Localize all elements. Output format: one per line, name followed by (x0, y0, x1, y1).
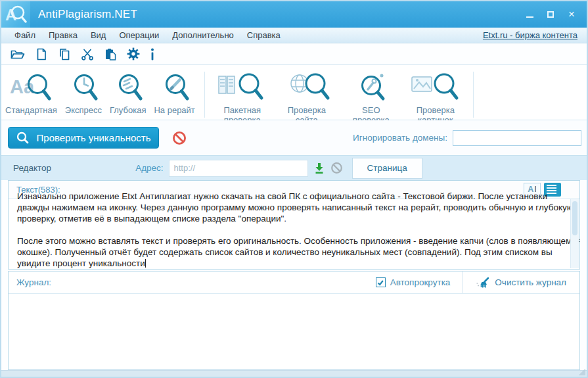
brush-icon (476, 277, 489, 289)
divider (204, 72, 205, 118)
text-scrollbar[interactable] (570, 199, 579, 268)
minimize-button[interactable] (525, 10, 534, 19)
globe-magnifier-icon (283, 72, 330, 105)
journal-label: Журнал: (16, 277, 51, 287)
text-line: увидите процент уникальности (17, 258, 571, 269)
magnifier-aa-icon: Aa (10, 72, 52, 105)
mode-label: Глубокая (110, 105, 146, 115)
mode-row: Aa Стандартная Экспресс (1, 65, 587, 120)
text-line: окошке). Полученный отчёт будет содержат… (17, 247, 571, 258)
mode-label: На рерайт (154, 105, 194, 115)
clear-journal-label: Очистить журнал (495, 277, 566, 287)
image-check-button[interactable]: Проверка картинок (403, 70, 468, 126)
text-line: После этого можно вставлять текст и пров… (17, 235, 571, 247)
tab-editor[interactable]: Редактор (13, 163, 51, 173)
mode-rewrite-button[interactable]: На рерайт (150, 70, 198, 116)
open-folder-icon[interactable] (11, 48, 25, 60)
check-button-label: Проверить уникальность (37, 132, 151, 143)
text-editor-area[interactable]: Изначально приложение Etxt Антиплагиат н… (9, 191, 579, 269)
maximize-button[interactable] (546, 10, 555, 19)
menu-view[interactable]: Вид (84, 30, 113, 40)
resize-grip-icon[interactable] (579, 369, 585, 375)
copy-icon[interactable] (58, 48, 71, 60)
text-caret (145, 259, 146, 268)
cut-icon[interactable] (81, 48, 94, 60)
settings-gear-icon[interactable] (127, 47, 140, 60)
seo-magnifier-icon (351, 72, 391, 105)
mode-express-button[interactable]: Экспресс (61, 70, 106, 116)
info-icon[interactable] (150, 48, 155, 60)
magnifier-lines-icon (112, 72, 145, 105)
text-panel: Текст(583): AI Изначально приложение Etx… (8, 180, 580, 270)
check-uniqueness-button[interactable]: Проверить уникальность (8, 127, 159, 149)
mode-label: Стандартная (5, 105, 57, 115)
scrollbar-thumb[interactable] (572, 201, 577, 235)
mode-deep-button[interactable]: Глубокая (106, 70, 150, 116)
window-title: AntiPlagiarism.NET (38, 8, 137, 21)
text-line (17, 224, 571, 235)
status-bar (1, 370, 587, 377)
stop-prohibition-icon[interactable] (172, 131, 187, 145)
autoscroll-toggle[interactable]: Автопрокрутка (364, 277, 463, 287)
site-check-button[interactable]: Проверка сайта (275, 70, 339, 126)
menu-extra[interactable]: Дополнительно (166, 30, 240, 40)
autoscroll-label: Автопрокрутка (390, 277, 451, 287)
text-line: проверку, отметив её в выпадающем списке… (17, 213, 571, 224)
ignore-domains-label: Игнорировать домены: (353, 133, 447, 143)
check-row: Проверить уникальность Игнорировать доме… (1, 120, 587, 155)
batch-check-button[interactable]: Пакетная проверка (210, 70, 275, 126)
magnifier-clock-icon (67, 72, 100, 105)
magnifier-pencil-icon (158, 72, 191, 105)
menu-file[interactable]: Файл (8, 30, 42, 40)
toolbar (1, 43, 587, 65)
address-label: Адрес: (135, 163, 163, 173)
magnifier-icon (16, 131, 29, 144)
download-page-icon[interactable] (313, 162, 325, 174)
app-logo-icon: A (1, 1, 30, 28)
ignore-domains-input[interactable] (453, 130, 581, 146)
journal-panel: Журнал: Автопрокрутка (8, 271, 580, 370)
close-button[interactable]: × (567, 10, 576, 19)
editor-tab-row: Редактор Адрес: Страница (1, 155, 587, 180)
text-line: дважды нажимаем на иконку. Через данную … (17, 202, 571, 213)
mode-standard-button[interactable]: Aa Стандартная (1, 70, 61, 116)
clear-journal-button[interactable]: Очистить журнал (463, 272, 579, 293)
image-magnifier-icon (411, 72, 460, 105)
mode-label: Экспресс (65, 105, 102, 115)
paste-icon[interactable] (104, 48, 117, 60)
check-icon (376, 279, 384, 287)
app-window: A AntiPlagiarism.NET × Файл Правка Вид О… (0, 0, 588, 378)
svg-text:A: A (5, 6, 16, 24)
menu-bar: Файл Правка Вид Операции Дополнительно С… (1, 28, 587, 43)
menu-edit[interactable]: Правка (42, 30, 84, 40)
text-line: Изначально приложение Etxt Антиплагиат н… (17, 191, 571, 202)
journal-log-area[interactable] (9, 294, 579, 369)
menu-operations[interactable]: Операции (112, 30, 166, 40)
autoscroll-checkbox[interactable] (376, 277, 386, 287)
journal-header: Журнал: Автопрокрутка (9, 272, 579, 294)
etxt-link[interactable]: Etxt.ru - биржа контента (483, 30, 580, 40)
new-document-icon[interactable] (35, 48, 48, 60)
tab-page[interactable]: Страница (352, 158, 422, 179)
batch-magnifier-icon (218, 72, 267, 105)
address-input[interactable] (169, 160, 308, 177)
cancel-gray-icon[interactable] (330, 162, 343, 174)
divider (473, 72, 474, 118)
seo-check-button[interactable]: SEO проверка (339, 70, 403, 126)
menu-help[interactable]: Справка (240, 30, 287, 40)
title-bar: A AntiPlagiarism.NET × (1, 1, 587, 28)
